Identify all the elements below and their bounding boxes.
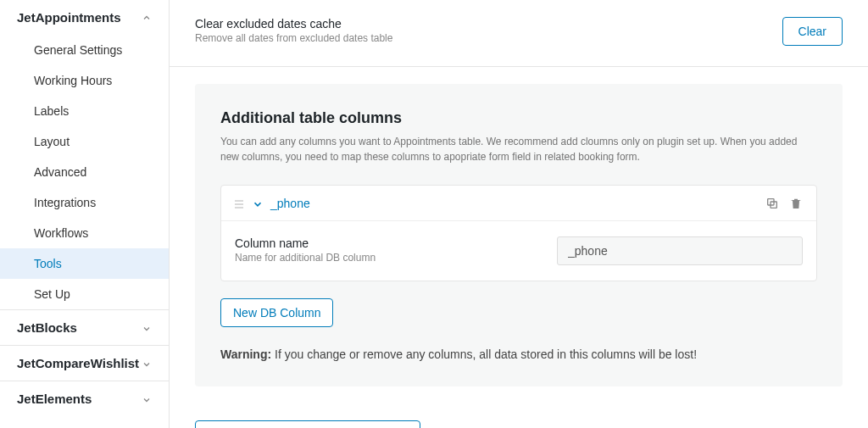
- sidebar: JetAppointments General Settings Working…: [0, 0, 170, 428]
- drag-handle-icon[interactable]: [235, 197, 243, 210]
- column-panel-body: Column name Name for additional DB colum…: [221, 221, 816, 281]
- sidebar-collapsed-label: JetElements: [17, 392, 92, 406]
- sidebar-item-integrations[interactable]: Integrations: [0, 187, 169, 218]
- card-heading: Additional table columns: [220, 109, 817, 127]
- warning-message: If you change or remove any columns, all…: [271, 347, 697, 361]
- sidebar-item-general-settings[interactable]: General Settings: [0, 35, 169, 65]
- save-button[interactable]: Save and update appointments table: [195, 420, 420, 428]
- new-db-column-button[interactable]: New DB Column: [220, 298, 333, 327]
- column-name-hint: Name for additional DB column: [235, 252, 523, 264]
- copy-icon[interactable]: [765, 196, 779, 210]
- warning-text: Warning: If you change or remove any col…: [220, 347, 817, 361]
- column-panel: _phone Column name Name for additional D…: [220, 185, 817, 281]
- clear-cache-desc: Remove all dates from excluded dates tab…: [195, 32, 392, 44]
- column-name-label: Column name: [235, 236, 523, 250]
- sidebar-header-jetelements[interactable]: JetElements: [0, 381, 169, 416]
- sidebar-item-set-up[interactable]: Set Up: [0, 279, 169, 309]
- clear-button[interactable]: Clear: [782, 17, 843, 46]
- column-title: _phone: [270, 197, 310, 210]
- chevron-down-icon: [142, 392, 152, 406]
- column-field-labels: Column name Name for additional DB colum…: [235, 236, 523, 264]
- sidebar-submenu: General Settings Working Hours Labels La…: [0, 35, 169, 309]
- sidebar-item-working-hours[interactable]: Working Hours: [0, 65, 169, 96]
- sidebar-item-tools[interactable]: Tools: [0, 248, 169, 279]
- sidebar-header-jetappointments[interactable]: JetAppointments: [0, 0, 169, 35]
- sidebar-header-jetblocks[interactable]: JetBlocks: [0, 309, 169, 345]
- column-panel-header[interactable]: _phone: [221, 186, 816, 221]
- chevron-down-icon: [142, 320, 152, 335]
- sidebar-collapsed-label: JetCompareWishlist: [17, 356, 139, 370]
- sidebar-header-jetcomparewishlist[interactable]: JetCompareWishlist: [0, 345, 169, 381]
- clear-cache-title: Clear excluded dates cache: [195, 17, 392, 31]
- clear-cache-row: Clear excluded dates cache Remove all da…: [170, 0, 868, 67]
- chevron-up-icon: [142, 12, 152, 24]
- sidebar-item-layout[interactable]: Layout: [0, 126, 169, 157]
- clear-cache-text: Clear excluded dates cache Remove all da…: [195, 17, 392, 44]
- sidebar-header-label: JetAppointments: [17, 10, 121, 25]
- main-content: Clear excluded dates cache Remove all da…: [170, 0, 868, 428]
- chevron-down-icon: [142, 356, 152, 370]
- card-description: You can add any columns you want to Appo…: [220, 134, 817, 164]
- delete-icon[interactable]: [789, 196, 803, 210]
- sidebar-item-labels[interactable]: Labels: [0, 96, 169, 126]
- warning-label: Warning:: [220, 347, 271, 361]
- sidebar-item-advanced[interactable]: Advanced: [0, 157, 169, 187]
- sidebar-item-workflows[interactable]: Workflows: [0, 218, 169, 248]
- chevron-down-icon[interactable]: [252, 197, 264, 210]
- column-name-input[interactable]: [557, 236, 803, 265]
- sidebar-collapsed-label: JetBlocks: [17, 320, 77, 335]
- additional-columns-card: Additional table columns You can add any…: [195, 84, 843, 386]
